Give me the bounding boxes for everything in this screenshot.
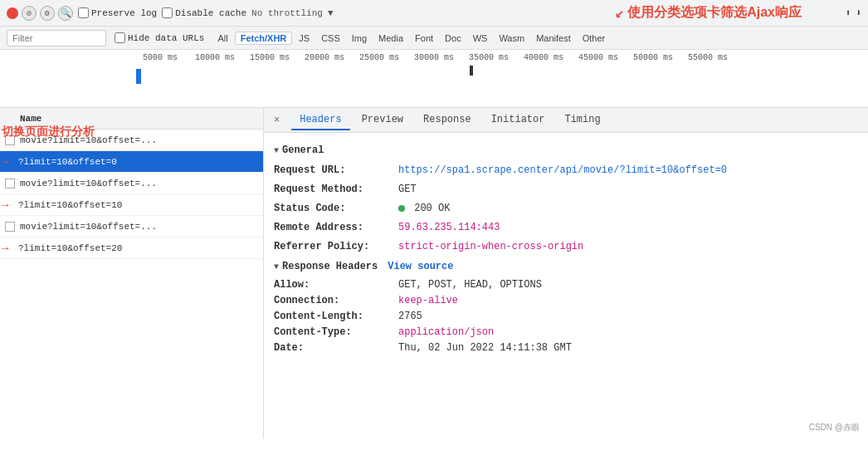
rh-content-length-key: Content-Length: <box>274 311 398 322</box>
request-method-key: Request Method: <box>274 182 398 197</box>
rh-row-connection: Connection: keep-alive <box>274 295 858 306</box>
request-method-value: GET <box>398 182 417 197</box>
arrow-4: → <box>2 198 8 212</box>
close-tab-btn[interactable]: × <box>271 113 283 128</box>
preserve-log-label: Preserve log <box>91 8 157 18</box>
tab-initiator[interactable]: Initiator <box>483 110 553 130</box>
tl-label-1: 5000 ms <box>133 53 188 62</box>
tab-wasm[interactable]: Wasm <box>494 32 529 44</box>
clear-button[interactable]: ⊘ <box>22 6 37 21</box>
response-headers-title: ▼ Response Headers View source <box>274 261 858 272</box>
tl-label-9: 45000 ms <box>571 53 626 62</box>
rh-date-value: Thu, 02 Jun 2022 14:11:38 GMT <box>398 342 572 354</box>
arrow-2: → <box>2 155 8 169</box>
tab-font[interactable]: Font <box>410 32 438 44</box>
rh-connection-key: Connection: <box>274 295 398 306</box>
rh-date-key: Date: <box>274 342 398 354</box>
general-title: General <box>282 144 324 156</box>
tab-js[interactable]: JS <box>294 32 315 44</box>
annotation-left-text: 切换页面进行分析 <box>2 125 95 140</box>
filter-button[interactable]: ⚙ <box>40 6 55 21</box>
tl-label-4: 20000 ms <box>297 53 352 62</box>
request-url-value: https://spa1.scrape.center/api/movie/?li… <box>398 163 727 178</box>
disable-cache-label: Disable cache <box>175 8 246 18</box>
rh-content-length-value: 2765 <box>398 311 422 322</box>
rh-content-type-value: application/json <box>398 326 494 338</box>
detail-tabs: × Headers Preview Response Initiator Tim… <box>264 108 868 133</box>
preserve-log-check[interactable]: Preserve log <box>78 7 157 18</box>
status-code-row: Status Code: 200 OK <box>274 201 858 216</box>
tab-css[interactable]: CSS <box>316 32 345 44</box>
annotation-top: ↙ 使用分类选项卡筛选Ajax响应 <box>615 3 802 22</box>
tab-timing[interactable]: Timing <box>556 110 608 130</box>
rh-row-content-type: Content-Type: application/json <box>274 326 858 338</box>
hide-data-urls-label: Hide data URLs <box>128 33 204 43</box>
req-item-4[interactable]: → ?limit=10&offset=10 <box>0 194 263 216</box>
tl-label-2: 10000 ms <box>188 53 242 62</box>
req-name-2: ?limit=10&offset=0 <box>18 157 258 167</box>
req-item-5[interactable]: movie?limit=10&offset=... <box>0 216 263 237</box>
status-dot <box>398 205 405 212</box>
annotation-arrow-top: ↙ <box>615 3 624 22</box>
tab-media[interactable]: Media <box>373 32 408 44</box>
tab-response[interactable]: Response <box>415 110 480 130</box>
tl-label-5: 25000 ms <box>352 53 407 62</box>
status-code-text: 200 OK <box>414 203 450 214</box>
preserve-log-input[interactable] <box>78 7 89 18</box>
tab-all[interactable]: All <box>212 32 232 44</box>
tab-doc[interactable]: Doc <box>440 32 466 44</box>
referrer-policy-row: Referrer Policy: strict-origin-when-cros… <box>274 239 858 254</box>
toolbar-icons: ⊘ ⚙ 🔍 <box>7 6 73 21</box>
tab-img[interactable]: Img <box>347 32 372 44</box>
view-source-link[interactable]: View source <box>388 261 453 272</box>
req-checkbox-5[interactable] <box>5 222 15 232</box>
timeline: 5000 ms 10000 ms 15000 ms 20000 ms 25000… <box>0 50 868 108</box>
left-panel: 切换页面进行分析 Name movie?limit=10&offset=... … <box>0 108 264 438</box>
request-url-key: Request URL: <box>274 163 398 178</box>
tab-manifest[interactable]: Manifest <box>531 32 576 44</box>
hide-data-urls-input[interactable] <box>115 32 125 43</box>
triangle-response: ▼ <box>274 262 279 272</box>
req-name-5: movie?limit=10&offset=... <box>20 222 258 232</box>
rh-row-allow: Allow: GET, POST, HEAD, OPTIONS <box>274 279 858 291</box>
request-url-row: Request URL: https://spa1.scrape.center/… <box>274 163 858 178</box>
req-name-4: ?limit=10&offset=10 <box>18 200 258 210</box>
rh-connection-value: keep-alive <box>398 295 458 306</box>
annotation-top-text: 使用分类选项卡筛选Ajax响应 <box>627 4 802 22</box>
status-code-key: Status Code: <box>274 201 398 216</box>
arrow-6: → <box>2 242 8 255</box>
status-code-value: 200 OK <box>398 201 450 216</box>
csdn-watermark: CSDN @赤眼 <box>809 422 860 433</box>
tl-label-10: 50000 ms <box>626 53 680 62</box>
rh-allow-key: Allow: <box>274 279 398 291</box>
disable-cache-input[interactable] <box>162 7 173 18</box>
search-button[interactable]: 🔍 <box>58 6 73 21</box>
tab-headers[interactable]: Headers <box>291 110 349 130</box>
hide-data-urls-check[interactable]: Hide data URLs <box>115 32 204 43</box>
remote-address-row: Remote Address: 59.63.235.114:443 <box>274 220 858 235</box>
req-item-2[interactable]: → ?limit=10&offset=0 <box>0 151 263 173</box>
tab-preview[interactable]: Preview <box>354 110 412 130</box>
req-checkbox-3[interactable] <box>5 179 15 188</box>
timeline-bar-1 <box>136 69 141 84</box>
no-throttling-label: No throttling <box>251 8 323 18</box>
disable-cache-check[interactable]: Disable cache <box>162 7 246 18</box>
tab-ws[interactable]: WS <box>468 32 493 44</box>
tl-label-8: 40000 ms <box>516 53 571 62</box>
req-item-3[interactable]: movie?limit=10&offset=... <box>0 173 263 194</box>
response-headers-label: Response Headers <box>282 261 378 272</box>
record-button[interactable] <box>7 7 18 19</box>
export-icon: ⬇ <box>856 7 861 18</box>
req-item-6[interactable]: → ?limit=10&offset=20 <box>0 237 263 259</box>
req-name-header: Name <box>5 114 41 124</box>
timeline-bar-2 <box>470 66 473 76</box>
timeline-labels: 5000 ms 10000 ms 15000 ms 20000 ms 25000… <box>0 50 868 62</box>
tl-label-11: 55000 ms <box>680 53 735 62</box>
remote-address-value: 59.63.235.114:443 <box>398 220 500 235</box>
rh-row-date: Date: Thu, 02 Jun 2022 14:11:38 GMT <box>274 342 858 354</box>
filter-input[interactable] <box>7 30 106 46</box>
tab-other[interactable]: Other <box>578 32 611 44</box>
req-name-6: ?limit=10&offset=20 <box>18 243 258 253</box>
tl-label-7: 35000 ms <box>461 53 516 62</box>
tab-fetch-xhr[interactable]: Fetch/XHR <box>235 32 293 45</box>
